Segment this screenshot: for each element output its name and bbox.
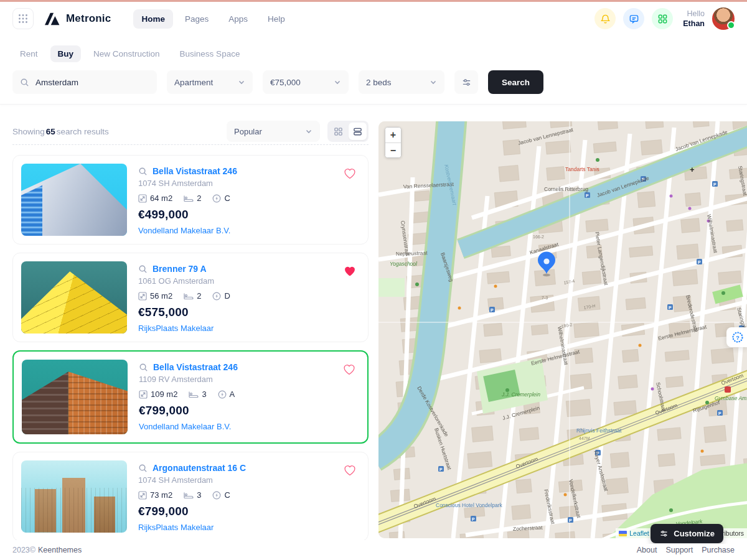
listing-agency-link[interactable]: Vondelland Makelaar B.V. <box>139 422 231 431</box>
sort-select[interactable]: Popular <box>227 121 320 142</box>
location-searchbox[interactable] <box>12 70 157 94</box>
footer-links: About Support Purchase <box>637 546 735 554</box>
listing-card[interactable]: Argonautenstraat 16 C 1074 SH Amsterdam … <box>12 452 369 541</box>
copyright: 2023©Keenthemes <box>12 546 82 554</box>
price-select[interactable]: €75,000 <box>263 70 349 94</box>
advanced-filters-button[interactable] <box>454 70 478 94</box>
listing-title-link[interactable]: Bella Vistastraat 246 <box>153 166 237 176</box>
chevron-down-icon <box>430 78 437 86</box>
search-button[interactable]: Search <box>488 70 543 94</box>
nav-item-pages[interactable]: Pages <box>177 9 217 29</box>
area-icon <box>138 194 147 203</box>
listing-agency-link[interactable]: Vondelland Makelaar B.V. <box>138 226 230 235</box>
svg-text:P: P <box>491 308 494 312</box>
grid-view-button[interactable] <box>329 123 347 140</box>
tab-buy[interactable]: Buy <box>50 45 82 62</box>
listing-area: 64 m2 <box>150 194 172 203</box>
svg-text:Yogaschool: Yogaschool <box>390 261 418 267</box>
svg-text:J.J. Cremerplein: J.J. Cremerplein <box>501 391 540 398</box>
greeting-hello: Hello <box>683 9 705 19</box>
tab-business-space[interactable]: Business Space <box>172 45 248 62</box>
beds-value: 2 beds <box>366 78 392 87</box>
listing-title-link[interactable]: Argonautenstraat 16 C <box>153 463 246 473</box>
quad-grid-icon <box>657 14 668 24</box>
sort-value: Popular <box>234 127 262 136</box>
energy-label-icon <box>218 390 227 399</box>
company-link[interactable]: Keenthemes <box>38 546 82 554</box>
apps-quicklinks-button[interactable] <box>652 8 673 29</box>
favorite-button[interactable] <box>342 362 357 378</box>
map-canvas[interactable]: PPP PPP PPP PPP <box>378 121 747 538</box>
divider <box>12 144 369 145</box>
favorite-button[interactable] <box>342 166 357 182</box>
svg-text:Conscious Hotel Vondelpark: Conscious Hotel Vondelpark <box>436 502 503 508</box>
heart-icon <box>343 363 355 375</box>
listing-card[interactable]: Brenner 79 A 1061 OG Amsterdam 56 m2 2 <box>12 253 369 342</box>
listings: Bella Vistastraat 246 1074 SH Amsterdam … <box>12 155 369 541</box>
app-grid-icon <box>18 14 28 24</box>
svg-text:P: P <box>698 260 701 264</box>
nav-item-home[interactable]: Home <box>133 9 173 29</box>
beds-select[interactable]: 2 beds <box>359 70 444 94</box>
svg-text:P: P <box>713 182 716 187</box>
listing-title-link[interactable]: Brenner 79 A <box>153 264 207 274</box>
metronic-logo-icon <box>44 12 60 26</box>
listing-photo <box>21 164 127 236</box>
search-icon <box>20 78 29 87</box>
user-avatar[interactable] <box>712 7 735 30</box>
price-value: €75,000 <box>270 78 301 87</box>
messages-button[interactable] <box>623 8 644 29</box>
area-icon <box>138 292 147 301</box>
property-type-select[interactable]: Apartment <box>167 70 253 94</box>
listing-address: 1109 RV Amsterdam <box>139 375 359 384</box>
footer-link-support[interactable]: Support <box>665 546 693 554</box>
footer-link-about[interactable]: About <box>637 546 657 554</box>
list-view-button[interactable] <box>349 123 367 140</box>
help-floating-button[interactable]: ? <box>726 327 747 347</box>
app-launcher-button[interactable] <box>12 8 34 29</box>
location-input[interactable] <box>34 77 149 88</box>
listing-area: 73 m2 <box>150 490 172 500</box>
listing-card[interactable]: Bella Vistastraat 246 1074 SH Amsterdam … <box>12 155 369 245</box>
nav-item-apps[interactable]: Apps <box>220 9 256 29</box>
listing-details: Argonautenstraat 16 C 1074 SH Amsterdam … <box>138 460 360 533</box>
tab-rent[interactable]: Rent <box>12 45 45 62</box>
nav-item-help[interactable]: Help <box>260 9 293 29</box>
brand-logo[interactable]: Metronic <box>44 12 111 26</box>
energy-label-icon <box>212 194 221 203</box>
listing-price: €799,000 <box>138 505 360 518</box>
listing-area: 56 m2 <box>150 291 172 301</box>
svg-text:Cornelis Ritterbrug: Cornelis Ritterbrug <box>544 186 588 192</box>
listing-details: Bella Vistastraat 246 1109 RV Amsterdam … <box>139 360 359 434</box>
listing-beds: 3 <box>197 490 201 500</box>
favorite-button[interactable] <box>342 264 357 280</box>
leaflet-link[interactable]: Leaflet <box>629 530 649 537</box>
listing-card[interactable]: Bella Vistastraat 246 1109 RV Amsterdam … <box>12 350 369 444</box>
listing-address: 1074 SH Amsterdam <box>138 475 360 485</box>
notifications-button[interactable] <box>594 8 616 29</box>
listing-agency-link[interactable]: RijksPlaats Makelaar <box>138 324 214 333</box>
zoom-in-button[interactable]: + <box>385 128 401 142</box>
user-greeting: Hello Ethan <box>683 9 705 29</box>
zoom-out-button[interactable]: − <box>385 142 401 157</box>
area-icon <box>139 390 148 399</box>
favorite-button[interactable] <box>342 463 357 479</box>
map-svg: PPP PPP PPP PPP <box>378 121 747 538</box>
listing-meta: 64 m2 2 C <box>138 194 360 203</box>
svg-text:?: ? <box>736 335 740 341</box>
area-icon <box>138 491 147 500</box>
listing-agency-link[interactable]: RijksPlaats Makelaar <box>138 523 214 532</box>
listing-details: Brenner 79 A 1061 OG Amsterdam 56 m2 2 <box>138 261 360 334</box>
listing-title-link[interactable]: Bella Vistastraat 246 <box>153 362 238 372</box>
tab-new-construction[interactable]: New Construction <box>86 45 167 62</box>
listing-beds: 2 <box>197 194 201 203</box>
listing-energy: D <box>224 291 230 301</box>
property-type-value: Apartment <box>174 78 213 87</box>
sliders-icon <box>659 529 669 538</box>
footer-link-purchase[interactable]: Purchase <box>702 546 735 554</box>
listing-address: 1074 SH Amsterdam <box>138 179 360 188</box>
map-zoom-control: + − <box>385 127 402 158</box>
svg-text:Rhijnvis Feithstraat: Rhijnvis Feithstraat <box>576 427 622 434</box>
listing-details: Bella Vistastraat 246 1074 SH Amsterdam … <box>138 164 360 236</box>
customize-button[interactable]: Customize <box>651 524 723 543</box>
